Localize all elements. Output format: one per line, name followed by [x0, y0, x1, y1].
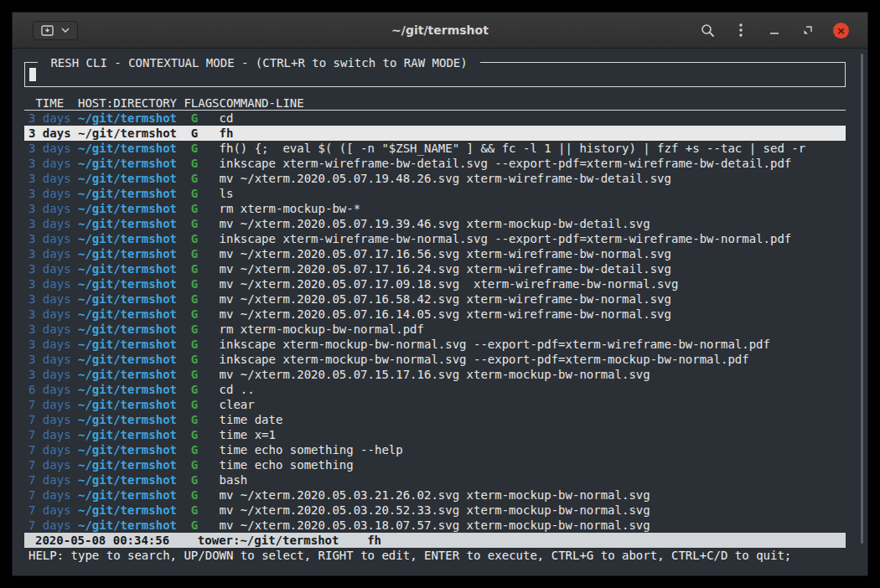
row-host-directory: ~/git/termshot — [78, 337, 177, 352]
row-command: inkscape xterm-mockup-bw-normal.svg --ex… — [220, 352, 841, 367]
history-row[interactable]: 6 days ~/git/termshot G cd .. — [24, 382, 846, 397]
history-row[interactable]: 3 days ~/git/termshot G ls — [24, 186, 846, 201]
row-flags: G — [184, 276, 212, 291]
history-row[interactable]: 3 days ~/git/termshot G mv ~/xterm.2020.… — [24, 367, 846, 382]
minimize-icon[interactable] — [766, 22, 783, 39]
history-row[interactable]: 7 days ~/git/termshot G mv ~/xterm.2020.… — [24, 503, 846, 518]
history-row[interactable]: 3 days ~/git/termshot G cd — [24, 111, 846, 126]
terminal-screen[interactable]: RESH CLI - CONTEXTUAL MODE - (CTRL+R to … — [13, 49, 867, 575]
history-row[interactable]: 7 days ~/git/termshot G time echo someth… — [24, 442, 846, 457]
row-command: mv ~/xterm.2020.05.07.15.17.16.svg xterm… — [220, 367, 841, 382]
row-flags: G — [184, 472, 212, 487]
row-time: 7 days — [28, 518, 71, 533]
row-flags: G — [184, 518, 212, 533]
row-host-directory: ~/git/termshot — [78, 352, 177, 367]
row-host-directory: ~/git/termshot — [78, 412, 177, 427]
menu-kebab-icon[interactable] — [732, 22, 749, 39]
column-header-time: TIME — [28, 95, 71, 111]
row-flags: G — [184, 397, 212, 412]
row-flags: G — [184, 352, 212, 367]
history-row[interactable]: 3 days ~/git/termshot G inkscape xterm-w… — [24, 156, 846, 171]
history-row[interactable]: 3 days ~/git/termshot G mv ~/xterm.2020.… — [24, 276, 846, 291]
row-flags: G — [184, 201, 212, 216]
row-time: 3 days — [28, 216, 71, 231]
history-row[interactable]: 3 days ~/git/termshot G fh — [24, 126, 846, 141]
history-row[interactable]: 7 days ~/git/termshot G mv ~/xterm.2020.… — [24, 487, 846, 503]
status-host-directory: tower:~/git/termshot — [198, 534, 339, 547]
row-time: 3 days — [28, 337, 71, 352]
row-command: mv ~/xterm.2020.05.07.17.16.56.svg xterm… — [220, 246, 841, 261]
row-flags: G — [184, 111, 212, 126]
row-flags: G — [184, 231, 212, 246]
row-host-directory: ~/git/termshot — [78, 382, 177, 397]
row-host-directory: ~/git/termshot — [78, 216, 177, 231]
row-time: 3 days — [28, 276, 71, 291]
terminal-window: ~/git/termshot — [12, 12, 868, 576]
row-command: time date — [220, 412, 841, 427]
row-command: inkscape xterm-wireframe-bw-detail.svg -… — [220, 156, 841, 171]
scrollbar[interactable] — [861, 54, 863, 544]
history-row[interactable]: 3 days ~/git/termshot G fh() {; eval $( … — [24, 141, 846, 156]
row-time: 3 days — [28, 111, 71, 126]
history-row[interactable]: 7 days ~/git/termshot G time echo someth… — [24, 457, 846, 472]
close-button[interactable]: × — [833, 23, 849, 39]
row-host-directory: ~/git/termshot — [78, 201, 177, 216]
history-row[interactable]: 3 days ~/git/termshot G inkscape xterm-m… — [24, 337, 846, 352]
history-row[interactable]: 3 days ~/git/termshot G mv ~/xterm.2020.… — [24, 246, 846, 261]
titlebar: ~/git/termshot — [13, 13, 867, 49]
row-host-directory: ~/git/termshot — [78, 291, 177, 307]
row-host-directory: ~/git/termshot — [78, 518, 177, 533]
row-host-directory: ~/git/termshot — [78, 186, 177, 201]
row-flags: G — [184, 126, 212, 141]
row-time: 3 days — [28, 186, 71, 201]
status-command: fh — [367, 534, 381, 547]
search-icon[interactable] — [699, 22, 716, 39]
row-command: mv ~/xterm.2020.05.03.18.07.57.svg xterm… — [220, 518, 841, 533]
row-time: 7 days — [28, 503, 71, 518]
history-row[interactable]: 3 days ~/git/termshot G inkscape xterm-m… — [24, 352, 846, 367]
history-row[interactable]: 3 days ~/git/termshot G mv ~/xterm.2020.… — [24, 291, 846, 307]
row-flags: G — [184, 246, 212, 261]
history-row[interactable]: 7 days ~/git/termshot G time date — [24, 412, 846, 427]
row-flags: G — [184, 412, 212, 427]
close-icon: × — [836, 25, 846, 36]
row-time: 3 days — [28, 201, 71, 216]
column-headers: TIME HOST:DIRECTORY FLAGS COMMAND-LINE — [24, 95, 846, 111]
history-row[interactable]: 3 days ~/git/termshot G mv ~/xterm.2020.… — [24, 307, 846, 322]
search-input-box[interactable]: RESH CLI - CONTEXTUAL MODE - (CTRL+R to … — [24, 62, 846, 87]
row-host-directory: ~/git/termshot — [78, 427, 177, 442]
history-row[interactable]: 3 days ~/git/termshot G rm xterm-mockup-… — [24, 201, 846, 216]
history-row[interactable]: 3 days ~/git/termshot G mv ~/xterm.2020.… — [24, 216, 846, 231]
row-time: 3 days — [28, 367, 71, 382]
row-flags: G — [184, 337, 212, 352]
row-command: clear — [220, 397, 841, 412]
row-flags: G — [184, 291, 212, 307]
search-box-title: RESH CLI - CONTEXTUAL MODE - (CTRL+R to … — [38, 55, 480, 70]
history-row[interactable]: 3 days ~/git/termshot G rm xterm-mockup-… — [24, 322, 846, 337]
history-row[interactable]: 7 days ~/git/termshot G time x=1 — [24, 427, 846, 442]
restore-icon[interactable] — [800, 22, 816, 39]
row-host-directory: ~/git/termshot — [78, 126, 177, 141]
row-command: rm xterm-mockup-bw-* — [220, 201, 841, 216]
history-row[interactable]: 3 days ~/git/termshot G mv ~/xterm.2020.… — [24, 261, 846, 276]
row-host-directory: ~/git/termshot — [78, 442, 177, 457]
column-header-flags: FLAGS — [184, 95, 212, 111]
history-row[interactable]: 7 days ~/git/termshot G clear — [24, 397, 846, 412]
row-command: cd .. — [220, 382, 841, 397]
history-row[interactable]: 3 days ~/git/termshot G mv ~/xterm.2020.… — [24, 171, 846, 186]
row-flags: G — [184, 261, 212, 276]
new-tab-icon — [41, 25, 54, 36]
row-flags: G — [184, 322, 212, 337]
row-command: mv ~/xterm.2020.05.07.19.48.26.svg xterm… — [220, 171, 841, 186]
help-bar: HELP: type to search, UP/DOWN to select,… — [24, 548, 846, 563]
row-command: ls — [220, 186, 841, 201]
row-command: bash — [220, 472, 841, 487]
history-row[interactable]: 7 days ~/git/termshot G mv ~/xterm.2020.… — [24, 518, 846, 533]
chevron-down-icon — [61, 28, 70, 33]
history-row[interactable]: 7 days ~/git/termshot G bash — [24, 472, 846, 487]
row-flags: G — [184, 141, 212, 156]
row-flags: G — [184, 186, 212, 201]
row-host-directory: ~/git/termshot — [78, 472, 177, 487]
new-tab-button[interactable] — [33, 21, 78, 40]
history-row[interactable]: 3 days ~/git/termshot G inkscape xterm-w… — [24, 231, 846, 246]
